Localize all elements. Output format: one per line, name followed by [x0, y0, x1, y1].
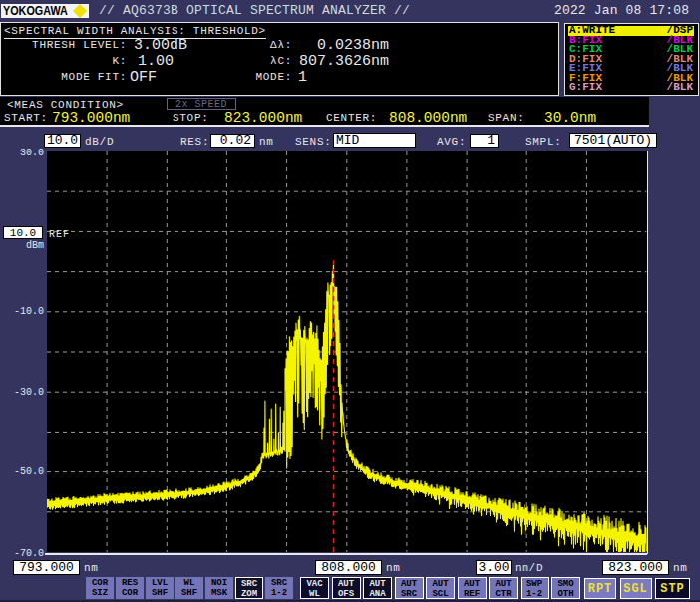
svg-text:REF: REF	[49, 229, 70, 240]
